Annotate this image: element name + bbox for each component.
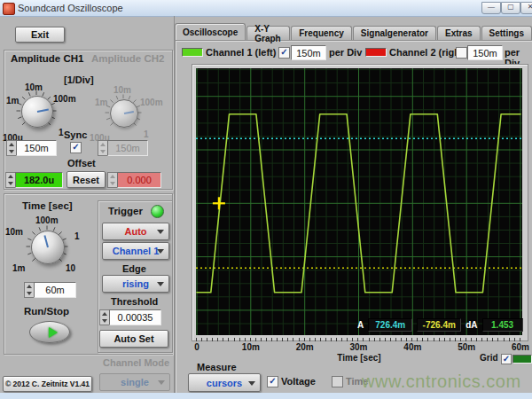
measure-mode-value: cursors — [207, 378, 242, 388]
channel1-color-swatch — [182, 48, 203, 57]
knob-scale-label: 100m — [35, 215, 59, 225]
x-axis-ticks — [196, 338, 522, 341]
time-title: Time [sec] — [22, 200, 73, 211]
voltage-checkbox[interactable] — [267, 376, 278, 387]
play-icon — [49, 327, 58, 338]
trigger-mode-dropdown[interactable]: Auto — [102, 223, 169, 240]
chevron-down-icon — [248, 381, 255, 386]
amplitude-ch2-title: Amplitude CH2 — [91, 53, 164, 64]
x-axis-tick-label: 10m — [242, 342, 260, 352]
trigger-edge-value: rising — [122, 278, 149, 289]
threshold-value[interactable]: 0.00035 — [109, 309, 161, 325]
amplitude-ch1-knob[interactable] — [21, 96, 53, 128]
knob-scale-label: 10 — [66, 263, 75, 273]
readout-a-label: A — [357, 320, 364, 330]
amplitude-ch2-knob[interactable] — [110, 99, 138, 128]
tab-signalgenerator[interactable]: Signalgenerator — [353, 26, 436, 40]
knob-scale-label: 10m — [113, 85, 131, 95]
title-bar: Soundcard Oszilloscope — ▢ ✕ — [0, 0, 532, 17]
tab-oscilloscope[interactable]: Oscilloscope — [175, 23, 246, 40]
time-knob[interactable] — [31, 231, 65, 264]
tab-xy-graph[interactable]: X-Y Graph — [246, 26, 290, 40]
exit-button[interactable]: Exit — [15, 27, 65, 43]
knob-scale-label: 1 — [59, 128, 64, 137]
sync-checkbox[interactable] — [70, 142, 82, 153]
time-checkbox[interactable] — [332, 376, 343, 387]
channel2-checkbox[interactable] — [456, 47, 467, 59]
knob-scale-label: 1 — [74, 231, 80, 241]
chevron-down-icon — [157, 230, 164, 234]
edge-label: Edge — [122, 263, 146, 274]
chevron-down-icon — [157, 249, 164, 254]
cursor-readout: A 726.4m -726.4m dA 1.453 — [357, 318, 523, 332]
threshold-label: Threshold — [111, 296, 158, 307]
grid-color-swatch — [512, 355, 532, 364]
measure-mode-dropdown[interactable]: cursors — [188, 373, 261, 392]
amplitude-ch2-knob-needle — [124, 111, 134, 114]
knob-scale-label: 1 — [144, 129, 149, 139]
tab-extras[interactable]: Extras — [437, 26, 481, 40]
grid-label: Grid — [480, 353, 498, 363]
tab-settings[interactable]: Settings — [481, 26, 532, 40]
grid-checkbox[interactable] — [501, 354, 512, 364]
offset-ch1-value[interactable]: 182.0u — [15, 172, 63, 188]
trigger-source-value: Channel 1 — [113, 246, 160, 256]
x-axis-title: Time [sec] — [196, 353, 522, 363]
run-stop-label: Run/Stop — [24, 306, 69, 317]
amplitude-ch1-value[interactable]: 150m — [16, 140, 57, 156]
run-stop-button[interactable] — [29, 321, 70, 343]
trigger-source-dropdown[interactable]: Channel 1 — [102, 242, 169, 260]
knob-scale-label: 1m — [6, 96, 19, 106]
tab-bar: Oscilloscope X-Y Graph Frequency Signalg… — [175, 24, 532, 40]
trigger-title: Trigger — [108, 206, 143, 216]
channel2-color-swatch — [365, 48, 387, 57]
app-window: Soundcard Oszilloscope — ▢ ✕ Exit Amplit… — [0, 0, 532, 399]
channel2-scale-value[interactable]: 150m — [467, 45, 503, 60]
x-axis-labels: 010m20m30m40m50m60m — [196, 342, 522, 353]
readout-da-label: dA — [466, 320, 477, 330]
channel-mode-dropdown[interactable]: single — [99, 373, 170, 391]
channel1-label: Channel 1 (left) — [206, 47, 276, 58]
scope-plot[interactable] — [196, 68, 522, 335]
x-axis-tick-label: 40m — [403, 342, 421, 352]
reset-button[interactable]: Reset — [66, 171, 106, 188]
copyright-button[interactable]: © 2012 C. Zeitnitz V1.41 — [3, 376, 92, 392]
knob-scale-label: 1m — [12, 263, 25, 273]
x-axis-tick-label: 30m — [349, 342, 367, 352]
channel1-scale-value[interactable]: 150m — [291, 45, 326, 60]
knob-scale-label: 1m — [95, 98, 107, 107]
knob-scale-label: 10m — [5, 227, 23, 237]
x-axis-tick-label: 60m — [512, 342, 529, 352]
auto-set-button[interactable]: Auto Set — [99, 330, 168, 348]
close-button[interactable]: ✕ — [520, 2, 532, 14]
readout-lower-value: -726.4m — [417, 318, 461, 332]
sync-label: Sync — [64, 129, 87, 140]
offset-ch2-value[interactable]: 0.000 — [117, 172, 161, 188]
channel-mode-value: single — [121, 377, 149, 387]
x-axis-tick-label: 50m — [458, 342, 475, 352]
trigger-mode-value: Auto — [124, 226, 146, 237]
amplitude-ch1-knob-needle — [37, 109, 49, 113]
readout-delta-value: 1.453 — [482, 318, 523, 332]
channel-mode-label: Channel Mode — [103, 357, 169, 368]
amplitude-ch1-title: Amplitude CH1 — [11, 53, 83, 64]
x-axis-tick-label: 20m — [296, 342, 314, 352]
window-title: Soundcard Oszilloscope — [18, 3, 123, 13]
x-axis-tick-label: 0 — [194, 342, 200, 352]
maximize-button[interactable]: ▢ — [501, 2, 520, 14]
measure-label: Measure — [197, 362, 237, 372]
offset-label: Offset — [67, 158, 96, 168]
knob-scale-label: 100m — [140, 98, 163, 107]
amplitude-ch2-value[interactable]: 150m — [107, 140, 148, 156]
scope-waveform[interactable] — [196, 68, 522, 335]
tab-frequency[interactable]: Frequency — [291, 26, 352, 40]
chevron-down-icon — [158, 380, 165, 385]
channel1-checkbox[interactable] — [278, 47, 290, 59]
trigger-edge-dropdown[interactable]: rising — [102, 275, 169, 293]
readout-upper-value: 726.4m — [368, 318, 412, 332]
watermark: www.cntronics.com — [362, 372, 521, 392]
time-value[interactable]: 60m — [34, 282, 76, 298]
amplitude-unit-label: [1/Div] — [64, 74, 94, 85]
voltage-label: Voltage — [281, 376, 316, 387]
minimize-button[interactable]: — — [481, 2, 501, 14]
